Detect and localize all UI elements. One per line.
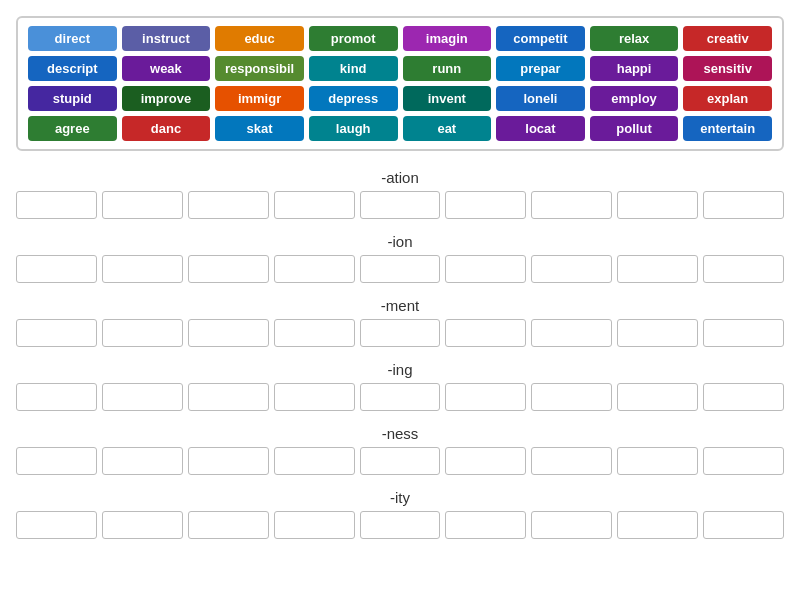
word-chip[interactable]: agree bbox=[28, 116, 117, 141]
suffix-label: -ness bbox=[16, 425, 784, 442]
word-chip[interactable]: invent bbox=[403, 86, 492, 111]
suffix-section: -ing bbox=[16, 361, 784, 411]
word-chip[interactable]: eat bbox=[403, 116, 492, 141]
drop-box[interactable] bbox=[102, 511, 183, 539]
suffix-section: -ment bbox=[16, 297, 784, 347]
word-chip[interactable]: improve bbox=[122, 86, 211, 111]
word-chip[interactable]: instruct bbox=[122, 26, 211, 51]
word-chip[interactable]: relax bbox=[590, 26, 679, 51]
word-chip[interactable]: laugh bbox=[309, 116, 398, 141]
drop-row bbox=[16, 191, 784, 219]
word-chip[interactable]: kind bbox=[309, 56, 398, 81]
word-chip[interactable]: locat bbox=[496, 116, 585, 141]
drop-box[interactable] bbox=[102, 191, 183, 219]
drop-box[interactable] bbox=[703, 447, 784, 475]
drop-box[interactable] bbox=[617, 511, 698, 539]
word-chip[interactable]: promot bbox=[309, 26, 398, 51]
word-bank: directinstructeducpromotimagincompetitre… bbox=[16, 16, 784, 151]
drop-box[interactable] bbox=[188, 191, 269, 219]
drop-box[interactable] bbox=[360, 447, 441, 475]
drop-box[interactable] bbox=[102, 255, 183, 283]
drop-box[interactable] bbox=[531, 447, 612, 475]
drop-box[interactable] bbox=[360, 319, 441, 347]
drop-box[interactable] bbox=[445, 319, 526, 347]
drop-box[interactable] bbox=[102, 383, 183, 411]
drop-box[interactable] bbox=[617, 255, 698, 283]
word-chip[interactable]: danc bbox=[122, 116, 211, 141]
drop-box[interactable] bbox=[274, 191, 355, 219]
word-chip[interactable]: employ bbox=[590, 86, 679, 111]
drop-box[interactable] bbox=[188, 255, 269, 283]
drop-box[interactable] bbox=[274, 447, 355, 475]
word-chip[interactable]: entertain bbox=[683, 116, 772, 141]
drop-box[interactable] bbox=[102, 447, 183, 475]
drop-box[interactable] bbox=[274, 319, 355, 347]
suffix-label: -ing bbox=[16, 361, 784, 378]
drop-row bbox=[16, 511, 784, 539]
drop-box[interactable] bbox=[617, 319, 698, 347]
drop-box[interactable] bbox=[102, 319, 183, 347]
word-chip[interactable]: weak bbox=[122, 56, 211, 81]
drop-box[interactable] bbox=[274, 383, 355, 411]
drop-box[interactable] bbox=[531, 191, 612, 219]
drop-box[interactable] bbox=[360, 383, 441, 411]
word-chip[interactable]: sensitiv bbox=[683, 56, 772, 81]
word-chip[interactable]: responsibil bbox=[215, 56, 304, 81]
drop-box[interactable] bbox=[188, 319, 269, 347]
drop-row bbox=[16, 319, 784, 347]
drop-box[interactable] bbox=[617, 191, 698, 219]
drop-box[interactable] bbox=[617, 447, 698, 475]
drop-box[interactable] bbox=[16, 255, 97, 283]
drop-box[interactable] bbox=[360, 511, 441, 539]
drop-box[interactable] bbox=[531, 383, 612, 411]
drop-box[interactable] bbox=[360, 255, 441, 283]
drop-box[interactable] bbox=[445, 191, 526, 219]
drop-row bbox=[16, 383, 784, 411]
suffix-section: -ion bbox=[16, 233, 784, 283]
word-chip[interactable]: prepar bbox=[496, 56, 585, 81]
word-chip[interactable]: pollut bbox=[590, 116, 679, 141]
drop-box[interactable] bbox=[16, 511, 97, 539]
word-chip[interactable]: direct bbox=[28, 26, 117, 51]
drop-box[interactable] bbox=[16, 447, 97, 475]
suffix-label: -ment bbox=[16, 297, 784, 314]
word-chip[interactable]: skat bbox=[215, 116, 304, 141]
drop-box[interactable] bbox=[445, 255, 526, 283]
drop-box[interactable] bbox=[445, 447, 526, 475]
word-chip[interactable]: descript bbox=[28, 56, 117, 81]
suffix-container: -ation-ion-ment-ing-ness-ity bbox=[16, 169, 784, 539]
drop-box[interactable] bbox=[703, 511, 784, 539]
word-chip[interactable]: explan bbox=[683, 86, 772, 111]
word-chip[interactable]: stupid bbox=[28, 86, 117, 111]
drop-box[interactable] bbox=[531, 255, 612, 283]
drop-box[interactable] bbox=[531, 511, 612, 539]
suffix-section: -ation bbox=[16, 169, 784, 219]
word-chip[interactable]: educ bbox=[215, 26, 304, 51]
drop-box[interactable] bbox=[703, 191, 784, 219]
drop-box[interactable] bbox=[445, 511, 526, 539]
word-chip[interactable]: immigr bbox=[215, 86, 304, 111]
drop-box[interactable] bbox=[16, 191, 97, 219]
word-chip[interactable]: imagin bbox=[403, 26, 492, 51]
drop-row bbox=[16, 447, 784, 475]
drop-box[interactable] bbox=[16, 319, 97, 347]
drop-box[interactable] bbox=[188, 511, 269, 539]
drop-box[interactable] bbox=[188, 447, 269, 475]
drop-box[interactable] bbox=[703, 383, 784, 411]
drop-box[interactable] bbox=[16, 383, 97, 411]
drop-box[interactable] bbox=[703, 255, 784, 283]
drop-box[interactable] bbox=[274, 255, 355, 283]
word-chip[interactable]: depress bbox=[309, 86, 398, 111]
drop-box[interactable] bbox=[274, 511, 355, 539]
word-chip[interactable]: competit bbox=[496, 26, 585, 51]
drop-box[interactable] bbox=[703, 319, 784, 347]
word-chip[interactable]: runn bbox=[403, 56, 492, 81]
drop-box[interactable] bbox=[617, 383, 698, 411]
drop-box[interactable] bbox=[188, 383, 269, 411]
word-chip[interactable]: happi bbox=[590, 56, 679, 81]
drop-box[interactable] bbox=[445, 383, 526, 411]
word-chip[interactable]: loneli bbox=[496, 86, 585, 111]
drop-box[interactable] bbox=[531, 319, 612, 347]
word-chip[interactable]: creativ bbox=[683, 26, 772, 51]
drop-box[interactable] bbox=[360, 191, 441, 219]
